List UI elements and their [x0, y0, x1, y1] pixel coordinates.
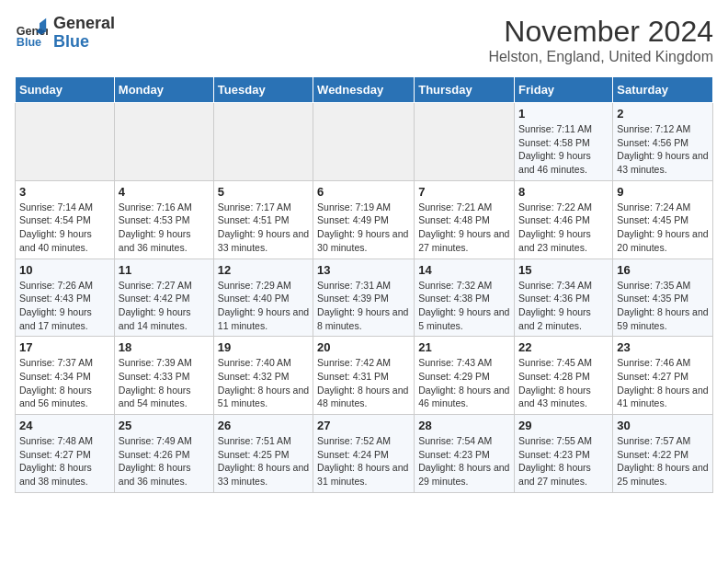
column-header-wednesday: Wednesday	[313, 77, 415, 103]
month-title: November 2024	[488, 15, 713, 49]
day-number: 19	[218, 340, 309, 354]
day-info: Sunrise: 7:21 AM Sunset: 4:48 PM Dayligh…	[418, 201, 510, 255]
calendar-cell: 14Sunrise: 7:32 AM Sunset: 4:38 PM Dayli…	[415, 259, 515, 337]
day-number: 30	[617, 419, 709, 432]
svg-text:Blue: Blue	[17, 36, 41, 49]
day-number: 14	[418, 263, 510, 277]
column-header-saturday: Saturday	[613, 77, 713, 103]
day-info: Sunrise: 7:51 AM Sunset: 4:25 PM Dayligh…	[218, 434, 309, 488]
calendar-cell: 15Sunrise: 7:34 AM Sunset: 4:36 PM Dayli…	[515, 259, 613, 337]
calendar-cell: 12Sunrise: 7:29 AM Sunset: 4:40 PM Dayli…	[213, 259, 313, 337]
calendar-cell: 17Sunrise: 7:37 AM Sunset: 4:34 PM Dayli…	[16, 337, 115, 415]
day-number: 11	[119, 263, 210, 277]
day-number: 28	[418, 419, 510, 432]
calendar-cell	[415, 103, 515, 181]
calendar-cell: 28Sunrise: 7:54 AM Sunset: 4:23 PM Dayli…	[415, 415, 515, 493]
day-info: Sunrise: 7:45 AM Sunset: 4:28 PM Dayligh…	[518, 356, 609, 410]
day-number: 16	[617, 263, 709, 277]
calendar-cell: 22Sunrise: 7:45 AM Sunset: 4:28 PM Dayli…	[515, 337, 613, 415]
calendar-cell: 18Sunrise: 7:39 AM Sunset: 4:33 PM Dayli…	[114, 337, 213, 415]
calendar-week-row: 17Sunrise: 7:37 AM Sunset: 4:34 PM Dayli…	[16, 337, 713, 415]
calendar-cell	[213, 103, 313, 181]
day-info: Sunrise: 7:37 AM Sunset: 4:34 PM Dayligh…	[19, 356, 110, 410]
day-number: 29	[518, 419, 609, 432]
calendar-cell: 1Sunrise: 7:11 AM Sunset: 4:58 PM Daylig…	[515, 103, 613, 181]
day-number: 18	[119, 340, 210, 354]
day-info: Sunrise: 7:26 AM Sunset: 4:43 PM Dayligh…	[19, 279, 110, 333]
calendar-cell: 13Sunrise: 7:31 AM Sunset: 4:39 PM Dayli…	[313, 259, 415, 337]
day-info: Sunrise: 7:24 AM Sunset: 4:45 PM Dayligh…	[617, 201, 709, 255]
day-number: 9	[617, 185, 709, 199]
calendar-cell: 21Sunrise: 7:43 AM Sunset: 4:29 PM Dayli…	[415, 337, 515, 415]
day-number: 27	[317, 419, 410, 432]
day-info: Sunrise: 7:19 AM Sunset: 4:49 PM Dayligh…	[317, 201, 410, 255]
calendar-cell: 29Sunrise: 7:55 AM Sunset: 4:23 PM Dayli…	[515, 415, 613, 493]
day-info: Sunrise: 7:35 AM Sunset: 4:35 PM Dayligh…	[617, 279, 709, 333]
day-info: Sunrise: 7:16 AM Sunset: 4:53 PM Dayligh…	[119, 201, 210, 255]
day-info: Sunrise: 7:42 AM Sunset: 4:31 PM Dayligh…	[317, 356, 410, 410]
calendar-header-row: SundayMondayTuesdayWednesdayThursdayFrid…	[16, 77, 713, 103]
day-info: Sunrise: 7:14 AM Sunset: 4:54 PM Dayligh…	[19, 201, 110, 255]
calendar-cell	[313, 103, 415, 181]
calendar-cell: 23Sunrise: 7:46 AM Sunset: 4:27 PM Dayli…	[613, 337, 713, 415]
calendar-week-row: 1Sunrise: 7:11 AM Sunset: 4:58 PM Daylig…	[16, 103, 713, 181]
calendar-cell: 8Sunrise: 7:22 AM Sunset: 4:46 PM Daylig…	[515, 180, 613, 259]
day-info: Sunrise: 7:12 AM Sunset: 4:56 PM Dayligh…	[617, 122, 709, 177]
logo-icon: General Blue	[15, 17, 48, 50]
day-info: Sunrise: 7:52 AM Sunset: 4:24 PM Dayligh…	[317, 434, 410, 488]
day-info: Sunrise: 7:55 AM Sunset: 4:23 PM Dayligh…	[518, 434, 609, 488]
day-info: Sunrise: 7:39 AM Sunset: 4:33 PM Dayligh…	[119, 356, 210, 410]
calendar-cell: 6Sunrise: 7:19 AM Sunset: 4:49 PM Daylig…	[313, 180, 415, 259]
title-area: November 2024 Helston, England, United K…	[488, 15, 713, 65]
calendar-week-row: 3Sunrise: 7:14 AM Sunset: 4:54 PM Daylig…	[16, 180, 713, 259]
calendar-cell: 26Sunrise: 7:51 AM Sunset: 4:25 PM Dayli…	[213, 415, 313, 493]
day-info: Sunrise: 7:40 AM Sunset: 4:32 PM Dayligh…	[218, 356, 309, 410]
day-info: Sunrise: 7:49 AM Sunset: 4:26 PM Dayligh…	[119, 434, 210, 488]
calendar-cell: 30Sunrise: 7:57 AM Sunset: 4:22 PM Dayli…	[613, 415, 713, 493]
calendar-cell: 11Sunrise: 7:27 AM Sunset: 4:42 PM Dayli…	[114, 259, 213, 337]
column-header-monday: Monday	[114, 77, 213, 103]
day-number: 21	[418, 340, 510, 354]
day-number: 24	[19, 419, 110, 432]
calendar-cell: 24Sunrise: 7:48 AM Sunset: 4:27 PM Dayli…	[16, 415, 115, 493]
day-info: Sunrise: 7:34 AM Sunset: 4:36 PM Dayligh…	[518, 279, 609, 333]
day-number: 3	[19, 185, 110, 199]
day-number: 25	[119, 419, 210, 432]
calendar-cell	[16, 103, 115, 181]
day-number: 10	[19, 263, 110, 277]
calendar-week-row: 24Sunrise: 7:48 AM Sunset: 4:27 PM Dayli…	[16, 415, 713, 493]
day-number: 15	[518, 263, 609, 277]
day-info: Sunrise: 7:17 AM Sunset: 4:51 PM Dayligh…	[218, 201, 309, 255]
day-number: 2	[617, 107, 709, 121]
day-number: 17	[19, 340, 110, 354]
day-number: 20	[317, 340, 410, 354]
calendar-cell: 10Sunrise: 7:26 AM Sunset: 4:43 PM Dayli…	[16, 259, 115, 337]
day-number: 7	[418, 185, 510, 199]
day-number: 5	[218, 185, 309, 199]
calendar-cell	[114, 103, 213, 181]
day-info: Sunrise: 7:31 AM Sunset: 4:39 PM Dayligh…	[317, 279, 410, 333]
day-info: Sunrise: 7:32 AM Sunset: 4:38 PM Dayligh…	[418, 279, 510, 333]
location-title: Helston, England, United Kingdom	[488, 49, 713, 65]
day-info: Sunrise: 7:57 AM Sunset: 4:22 PM Dayligh…	[617, 434, 709, 488]
calendar-table: SundayMondayTuesdayWednesdayThursdayFrid…	[15, 76, 713, 493]
calendar-cell: 20Sunrise: 7:42 AM Sunset: 4:31 PM Dayli…	[313, 337, 415, 415]
day-info: Sunrise: 7:43 AM Sunset: 4:29 PM Dayligh…	[418, 356, 510, 410]
calendar-cell: 5Sunrise: 7:17 AM Sunset: 4:51 PM Daylig…	[213, 180, 313, 259]
day-number: 1	[518, 107, 609, 121]
day-number: 22	[518, 340, 609, 354]
page-header: General Blue General Blue November 2024 …	[15, 15, 713, 65]
day-info: Sunrise: 7:54 AM Sunset: 4:23 PM Dayligh…	[418, 434, 510, 488]
logo-text: General Blue	[53, 15, 115, 52]
calendar-cell: 19Sunrise: 7:40 AM Sunset: 4:32 PM Dayli…	[213, 337, 313, 415]
day-number: 13	[317, 263, 410, 277]
day-info: Sunrise: 7:11 AM Sunset: 4:58 PM Dayligh…	[518, 122, 609, 177]
day-number: 6	[317, 185, 410, 199]
calendar-cell: 16Sunrise: 7:35 AM Sunset: 4:35 PM Dayli…	[613, 259, 713, 337]
column-header-sunday: Sunday	[16, 77, 115, 103]
day-info: Sunrise: 7:29 AM Sunset: 4:40 PM Dayligh…	[218, 279, 309, 333]
day-info: Sunrise: 7:48 AM Sunset: 4:27 PM Dayligh…	[19, 434, 110, 488]
day-number: 23	[617, 340, 709, 354]
calendar-cell: 2Sunrise: 7:12 AM Sunset: 4:56 PM Daylig…	[613, 103, 713, 181]
calendar-cell: 4Sunrise: 7:16 AM Sunset: 4:53 PM Daylig…	[114, 180, 213, 259]
